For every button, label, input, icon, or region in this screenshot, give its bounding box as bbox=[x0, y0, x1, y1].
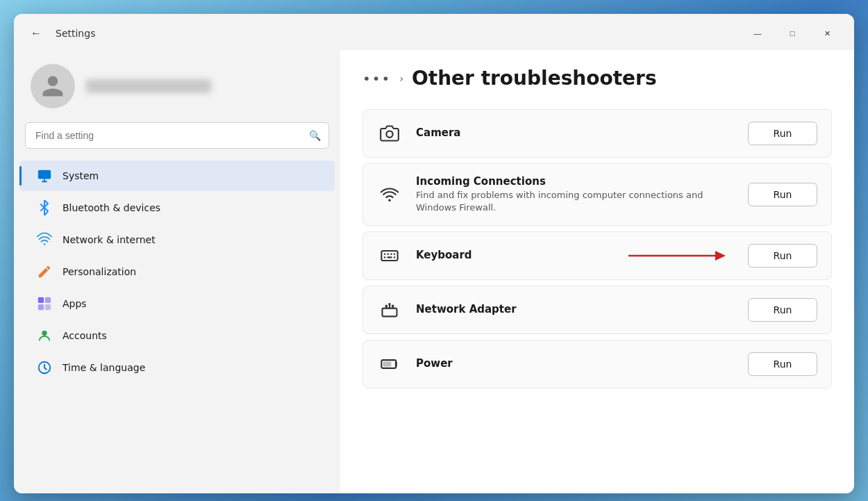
breadcrumb-dots[interactable]: ••• bbox=[362, 70, 391, 87]
pencil-svg bbox=[37, 264, 52, 279]
system-icon bbox=[36, 167, 53, 184]
sidebar-item-system[interactable]: System bbox=[19, 161, 335, 191]
troubleshooter-network-adapter: Network Adapter Run bbox=[362, 286, 832, 334]
breadcrumb-chevron: › bbox=[399, 73, 403, 84]
user-section bbox=[14, 56, 340, 122]
network-adapter-name: Network Adapter bbox=[416, 303, 734, 315]
accounts-icon bbox=[36, 327, 53, 344]
page-title: Other troubleshooters bbox=[412, 67, 657, 90]
svg-rect-20 bbox=[383, 309, 397, 317]
sidebar-label-apps: Apps bbox=[62, 298, 87, 309]
search-input[interactable] bbox=[25, 122, 329, 149]
svg-point-8 bbox=[386, 131, 392, 138]
monitor-svg bbox=[37, 168, 52, 183]
sidebar-label-network: Network & internet bbox=[62, 234, 156, 245]
window-title: Settings bbox=[56, 28, 95, 39]
apps-icon bbox=[36, 295, 53, 312]
user-icon bbox=[40, 74, 65, 99]
power-info: Power bbox=[416, 357, 734, 371]
user-name bbox=[86, 79, 211, 93]
sidebar-item-network[interactable]: Network & internet bbox=[19, 224, 335, 255]
time-svg bbox=[37, 360, 52, 375]
svg-rect-16 bbox=[387, 257, 392, 258]
content-area: 🔍 System Bluetoo bbox=[14, 50, 854, 493]
network-adapter-icon bbox=[377, 297, 402, 322]
power-run-button[interactable]: Run bbox=[748, 352, 817, 376]
network-adapter-svg bbox=[380, 300, 399, 320]
keyboard-info: Keyboard bbox=[416, 249, 615, 263]
main-content: ••• › Other troubleshooters Camera bbox=[340, 50, 854, 493]
network-adapter-run-button[interactable]: Run bbox=[748, 298, 817, 322]
power-name: Power bbox=[416, 357, 734, 370]
network-icon bbox=[36, 231, 53, 248]
svg-rect-11 bbox=[384, 254, 385, 255]
keyboard-icon bbox=[377, 243, 402, 268]
minimize-button[interactable]: — bbox=[742, 22, 774, 44]
camera-info: Camera bbox=[416, 126, 734, 140]
svg-marker-19 bbox=[715, 251, 726, 261]
maximize-button[interactable]: □ bbox=[776, 22, 808, 44]
sidebar-label-accounts: Accounts bbox=[62, 330, 107, 341]
keyboard-name: Keyboard bbox=[416, 249, 615, 261]
svg-rect-4 bbox=[38, 304, 44, 310]
camera-svg bbox=[380, 124, 399, 143]
svg-rect-12 bbox=[387, 254, 389, 255]
title-bar: ← Settings — □ ✕ bbox=[14, 14, 854, 50]
troubleshooter-incoming-connections: Incoming Connections Find and fix proble… bbox=[362, 163, 832, 226]
camera-name: Camera bbox=[416, 126, 734, 139]
sidebar-item-personalization[interactable]: Personalization bbox=[19, 256, 335, 287]
personalization-icon bbox=[36, 263, 53, 280]
svg-rect-15 bbox=[384, 257, 385, 258]
battery-svg bbox=[380, 354, 399, 374]
sidebar-item-accounts[interactable]: Accounts bbox=[19, 320, 335, 351]
sidebar-label-bluetooth: Bluetooth & devices bbox=[62, 202, 160, 213]
svg-rect-17 bbox=[394, 257, 395, 258]
apps-svg bbox=[37, 296, 52, 311]
avatar bbox=[31, 64, 75, 108]
sidebar-item-time[interactable]: Time & language bbox=[19, 352, 335, 383]
power-icon bbox=[377, 352, 402, 377]
network-adapter-info: Network Adapter bbox=[416, 303, 734, 317]
search-box: 🔍 bbox=[25, 122, 329, 149]
svg-point-21 bbox=[385, 305, 388, 308]
keyboard-run-button[interactable]: Run bbox=[748, 244, 817, 268]
svg-point-9 bbox=[388, 199, 391, 202]
svg-rect-14 bbox=[394, 254, 395, 255]
settings-window: ← Settings — □ ✕ 🔍 bbox=[14, 14, 854, 493]
back-button[interactable]: ← bbox=[25, 22, 47, 44]
sidebar-item-apps[interactable]: Apps bbox=[19, 288, 335, 319]
arrow-svg bbox=[628, 247, 726, 264]
sidebar-item-bluetooth[interactable]: Bluetooth & devices bbox=[19, 192, 335, 223]
svg-rect-25 bbox=[383, 362, 392, 367]
red-arrow bbox=[628, 247, 726, 264]
svg-rect-0 bbox=[38, 170, 51, 179]
sidebar-label-time: Time & language bbox=[62, 362, 145, 373]
sidebar-label-personalization: Personalization bbox=[62, 266, 136, 277]
sidebar: 🔍 System Bluetoo bbox=[14, 50, 340, 493]
close-button[interactable]: ✕ bbox=[811, 22, 843, 44]
incoming-connections-desc: Find and fix problems with incoming comp… bbox=[416, 189, 734, 214]
svg-rect-5 bbox=[45, 304, 51, 310]
svg-rect-10 bbox=[381, 251, 397, 261]
time-icon bbox=[36, 359, 53, 376]
svg-point-22 bbox=[388, 303, 391, 306]
svg-point-6 bbox=[42, 331, 47, 336]
keyboard-svg bbox=[380, 246, 399, 265]
accounts-svg bbox=[37, 328, 52, 343]
svg-rect-2 bbox=[38, 297, 44, 303]
incoming-connections-run-button[interactable]: Run bbox=[748, 183, 817, 206]
page-header: ••• › Other troubleshooters bbox=[362, 67, 832, 90]
svg-rect-13 bbox=[390, 254, 392, 255]
sidebar-label-system: System bbox=[62, 170, 99, 181]
window-controls: — □ ✕ bbox=[742, 22, 843, 44]
svg-point-1 bbox=[44, 243, 46, 245]
network-svg bbox=[37, 232, 52, 247]
title-bar-left: ← Settings bbox=[25, 22, 95, 44]
camera-icon bbox=[377, 121, 402, 146]
troubleshooter-list: Camera Run Incoming bbox=[362, 109, 832, 388]
svg-rect-3 bbox=[45, 297, 51, 303]
troubleshooter-camera: Camera Run bbox=[362, 109, 832, 158]
bluetooth-icon bbox=[36, 199, 53, 216]
incoming-connections-name: Incoming Connections bbox=[416, 175, 734, 188]
camera-run-button[interactable]: Run bbox=[748, 122, 817, 145]
